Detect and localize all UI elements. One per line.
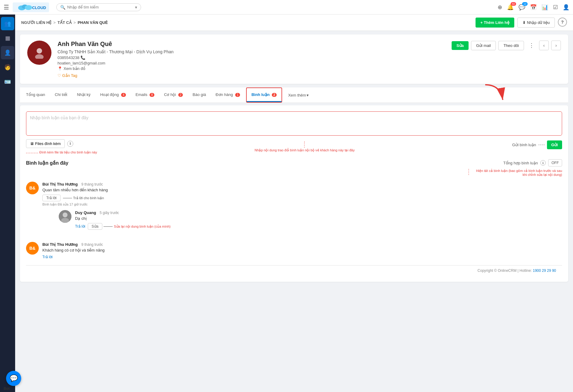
profile-actions: Sửa Gửi mail Theo dõi ⋮ ‹ › <box>452 41 561 50</box>
tab-activity-badge: 4 <box>121 93 126 97</box>
comment-time-2: 9 tháng trước <box>81 242 103 247</box>
reply-item-1: Duy Quang 5 giây trước Dạ chị Trả lời Sử… <box>59 210 562 230</box>
reply-annotation-1: Trả lời cho bình luận <box>73 196 104 200</box>
comment-time-1: 9 tháng trước <box>81 182 103 186</box>
location-icon: 📍 <box>58 66 62 71</box>
help-button[interactable]: ? <box>558 18 567 27</box>
comment-body-2: Bùi Thị Thu Hương 9 tháng trước Khách hà… <box>42 242 562 259</box>
tab-comment-label: Bình luận <box>252 92 270 97</box>
svg-point-8 <box>61 218 69 223</box>
search-box[interactable]: 🔍 ▾ <box>56 3 141 11</box>
tab-order[interactable]: Đơn hàng 1 <box>211 88 245 102</box>
phone-icon: 📞 <box>81 55 85 60</box>
svg-point-2 <box>25 5 32 10</box>
bot-chat-button[interactable]: 💬 <box>6 371 21 386</box>
avatar <box>27 41 51 65</box>
tab-comment[interactable]: Bình luận 2 <box>247 88 282 102</box>
prev-button[interactable]: ‹ <box>539 41 549 50</box>
attach-label: Files đính kèm <box>35 141 61 146</box>
breadcrumb-all[interactable]: Tất cả <box>58 20 72 25</box>
hotline-link[interactable]: 1900 29 29 90 <box>533 268 556 273</box>
reply-time-1: 5 giây trước <box>100 211 119 215</box>
email-button[interactable]: Gửi mail <box>471 41 496 50</box>
tab-order-label: Đơn hàng <box>216 92 233 97</box>
profile-location[interactable]: 📍 Xem bản đồ <box>58 66 446 71</box>
svg-point-4 <box>37 48 42 54</box>
toggle-annotation: Hiện tất cả bình luận (bao gồm cả bình l… <box>471 169 562 177</box>
reply-link-2[interactable]: Trả lời <box>42 255 53 259</box>
comment-text-2: Khách hàng có cơ hội và tiềm năng <box>42 248 562 252</box>
toggle-off-button[interactable]: OFF <box>548 159 562 166</box>
send-button[interactable]: Gửi <box>547 140 562 149</box>
tab-more[interactable]: Xem thêm ▾ <box>283 89 314 102</box>
messages-badge: 10 <box>522 2 528 6</box>
add-contact-button[interactable]: + Thêm Liên hệ <box>476 18 514 28</box>
tab-log[interactable]: Nhật ký <box>72 88 95 102</box>
sidebar-item-contacts[interactable]: 👥 <box>1 17 14 30</box>
location-label: Xem bản đồ <box>64 66 85 71</box>
reply-button-1[interactable]: Trả lời <box>42 195 61 201</box>
tab-detail[interactable]: Chi tiết <box>50 88 72 102</box>
tab-opportunity[interactable]: Cơ hội 2 <box>159 88 188 102</box>
center-annotation: Nhập nội dung trao đổi bình luận nội bộ … <box>255 148 355 152</box>
bot-label: Bot <box>4 387 10 391</box>
logo-image: CLOUDPRO <box>13 2 49 12</box>
tab-emails[interactable]: Emails 8 <box>131 88 159 102</box>
comment-nested: Duy Quang 5 giây trước Dạ chị Trả lời Sử… <box>59 210 562 230</box>
more-button[interactable]: ⋮ <box>526 41 537 50</box>
info-icon[interactable]: ℹ <box>67 141 73 147</box>
sidebar-item-grid[interactable]: ▦ <box>1 31 14 45</box>
tasks-button[interactable]: ☑ <box>553 4 558 11</box>
follow-button[interactable]: Theo dõi <box>498 41 524 50</box>
tab-order-badge: 1 <box>235 93 240 97</box>
profile-tag[interactable]: ♡ Gắn Tag <box>58 73 446 78</box>
edit-reply-button-1[interactable]: Sửa <box>88 223 103 230</box>
attach-annotation: Đính kèm file tài liệu cho bình luận này <box>39 150 97 154</box>
tab-overview-label: Tổng quan <box>26 92 45 97</box>
sidebar-item-user[interactable]: 🧑 <box>1 61 14 74</box>
chart-button[interactable]: 📊 <box>542 4 548 11</box>
svg-point-7 <box>63 212 68 217</box>
reply-link-1[interactable]: Trả lời <box>75 224 85 229</box>
top-navigation: ☰ CLOUDPRO 🔍 ▾ ⊕ 🔔 50 💬 10 📅 📊 ☑ 👤 <box>0 0 573 15</box>
breadcrumb: NGƯỜI LIÊN HỆ > Tất cả > Phan Văn Quê <box>21 20 108 25</box>
edit-button[interactable]: Sửa <box>452 41 469 50</box>
tab-quote[interactable]: Báo giá <box>188 88 211 102</box>
svg-point-5 <box>35 54 44 59</box>
attach-icon: 🖥 <box>30 141 34 146</box>
reply-actions-1: Trả lời Sửa Sửa lại nội dung bình luận (… <box>75 223 562 230</box>
comment-author-2: Bùi Thị Thu Hương <box>42 242 78 247</box>
avatar-initials-1: B& <box>29 186 35 190</box>
comment-section: Nhập bình luận của bạn ở đây 🖥 Files đín… <box>20 105 568 282</box>
comment-input[interactable]: Nhập bình luận của bạn ở đây <box>26 111 562 136</box>
tab-activity[interactable]: Hoạt động 4 <box>95 88 131 102</box>
main-layout: 👥 ▦ 👤 🧑 🪪 NGƯỜI LIÊN HỆ > Tất cả > Phan … <box>0 15 573 392</box>
comment-placeholder: Nhập bình luận của bạn ở đây <box>30 115 88 120</box>
avatar-initials-2: B& <box>29 246 35 251</box>
import-button[interactable]: ⬇ Nhập dữ liệu <box>517 18 555 28</box>
nav-icons: ⊕ 🔔 50 💬 10 📅 📊 ☑ 👤 <box>498 4 569 11</box>
next-button[interactable]: › <box>551 41 561 50</box>
sidebar: 👥 ▦ 👤 🧑 🪪 <box>0 15 15 392</box>
add-button[interactable]: ⊕ <box>498 4 502 11</box>
tab-detail-label: Chi tiết <box>55 92 67 97</box>
sidebar-item-id[interactable]: 🪪 <box>1 75 14 88</box>
hamburger-menu[interactable]: ☰ <box>4 4 9 11</box>
user-button[interactable]: 👤 <box>563 4 569 11</box>
main-content: NGƯỜI LIÊN HỆ > Tất cả > Phan Văn Quê + … <box>15 15 573 392</box>
attach-files-button[interactable]: 🖥 Files đính kèm <box>26 139 65 148</box>
recent-comments-title: Bình luận gần đây <box>26 160 68 166</box>
calendar-button[interactable]: 📅 <box>530 4 537 11</box>
comment-edited-1: Bình luận Đã sửa 17 giờ trước <box>42 203 562 206</box>
reply-text-1: Dạ chị <box>75 216 562 221</box>
sidebar-item-person[interactable]: 👤 <box>1 46 14 59</box>
messages-button[interactable]: 💬 10 <box>519 4 525 11</box>
toggle-info-icon[interactable]: ℹ <box>540 160 546 166</box>
tab-overview[interactable]: Tổng quan <box>21 88 50 102</box>
tab-more-label: Xem thêm <box>288 93 306 97</box>
notifications-button[interactable]: 🔔 50 <box>507 4 514 11</box>
breadcrumb-bar: NGƯỜI LIÊN HỆ > Tất cả > Phan Văn Quê + … <box>15 15 573 31</box>
breadcrumb-current: Phan Văn Quê <box>77 20 108 25</box>
comment-author-1: Bùi Thị Thu Hương <box>42 182 78 186</box>
search-input[interactable] <box>67 5 134 9</box>
